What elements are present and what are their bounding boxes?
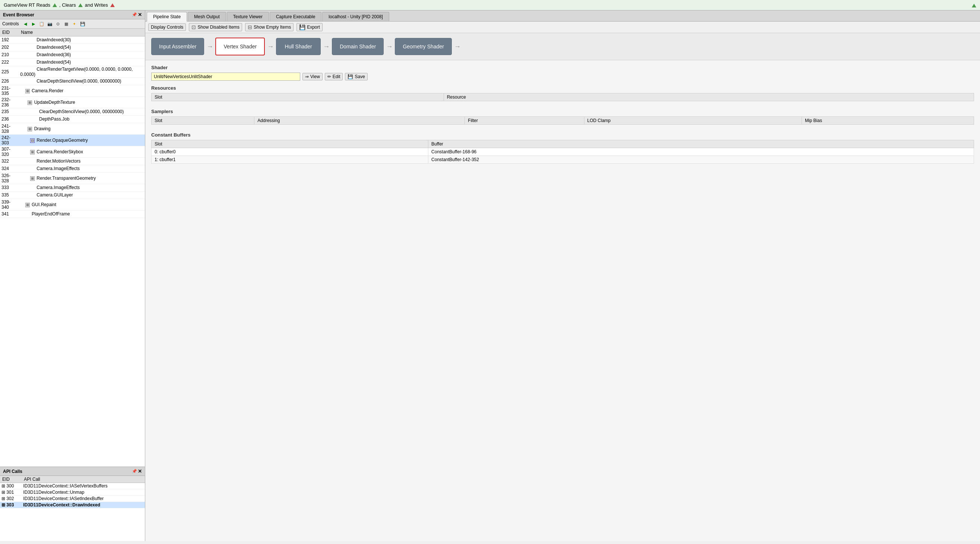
samp-col-filter: Filter	[465, 117, 584, 125]
event-row[interactable]: 326-328 ⊞ Render.TransparentGeometry	[0, 172, 145, 184]
event-row[interactable]: 341 PlayerEndOfFrame	[0, 210, 145, 218]
event-row[interactable]: 235 ClearDepthStencilView(0.0000, 000000…	[0, 108, 145, 115]
event-row[interactable]: 222 DrawIndexed(54)	[0, 59, 145, 66]
tab-texture-viewer[interactable]: Texture Viewer	[227, 12, 269, 21]
pin-icon[interactable]: 📌	[132, 12, 137, 17]
view-btn[interactable]: ⇒ View	[302, 73, 323, 80]
event-name: ⊟ Render.OpaqueGeometry	[19, 134, 145, 146]
event-row[interactable]: 236 DepthPass.Job	[0, 115, 145, 123]
event-eid: 322	[0, 157, 19, 165]
event-row[interactable]: 322 Render.MotionVectors	[0, 157, 145, 165]
expand-icon[interactable]: ⊞	[27, 100, 32, 105]
topbar-clears: , Clears	[59, 2, 76, 8]
read-arrow-icon	[52, 3, 57, 7]
pipeline-hull-shader[interactable]: Hull Shader	[276, 38, 321, 55]
expand-icon[interactable]: ⊟	[30, 138, 35, 143]
expand-icon[interactable]: ⊞	[27, 127, 32, 132]
event-name: Camera.GUILayer	[19, 191, 145, 199]
pipeline-arrow-2: →	[265, 43, 276, 51]
cbuffer-buffer: ConstantBuffer-142-352	[428, 156, 974, 164]
cbuffer-row: 0: cbuffer0ConstantBuffer-168-96	[151, 148, 974, 156]
cbuffers-title: Constant Buffers	[151, 132, 974, 138]
pipeline-geometry-shader[interactable]: Geometry Shader	[395, 38, 452, 55]
display-controls-btn[interactable]: Display Controls	[148, 24, 186, 31]
shader-input[interactable]	[151, 73, 300, 81]
save-floppy-icon: 💾	[347, 74, 353, 79]
bookmark-btn[interactable]: 📋	[38, 21, 45, 27]
columns-btn[interactable]: ▦	[63, 21, 70, 27]
tab-pipeline-state[interactable]: Pipeline State	[147, 12, 187, 22]
event-row[interactable]: 202 DrawIndexed(54)	[0, 44, 145, 51]
col-eid: EID	[0, 29, 19, 36]
tab-localhost[interactable]: localhost - Unity [PID 2008]	[322, 12, 389, 21]
show-disabled-label: Show Disabled Items	[197, 25, 240, 30]
event-name: Camera.ImageEffects	[19, 184, 145, 191]
export-btn[interactable]: 💾 Export	[296, 23, 323, 31]
event-row[interactable]: 226 ClearDepthStencilView(0.0000, 000000…	[0, 78, 145, 85]
expand-icon[interactable]: ⊞	[25, 203, 30, 207]
event-row[interactable]: 324 Camera.ImageEffects	[0, 165, 145, 172]
display-controls-label: Display Controls	[151, 25, 183, 30]
event-row[interactable]: 241-328 ⊞ Drawing	[0, 123, 145, 134]
disabled-icon: ⊡	[191, 24, 196, 30]
api-eid: ⊞ 302	[0, 496, 22, 502]
expand-icon[interactable]: ⊞	[30, 176, 35, 181]
event-row[interactable]: 231-335 ⊞ Camera.Render	[0, 85, 145, 97]
api-row[interactable]: ⊞ 302ID3D11DeviceContext::IASetIndexBuff…	[0, 496, 145, 502]
event-eid: 242-303	[0, 134, 19, 146]
api-row[interactable]: ⊞ 301ID3D11DeviceContext::Unmap	[0, 489, 145, 496]
export-label: Export	[307, 25, 320, 30]
back-btn[interactable]: ◀	[22, 21, 29, 27]
event-name: ⊞ Drawing	[19, 123, 145, 134]
event-name: DrawIndexed(54)	[19, 44, 145, 51]
save-btn[interactable]: 💾	[80, 21, 86, 27]
api-pin-icon[interactable]: 📌	[132, 469, 137, 474]
tab-capture-executable[interactable]: Capture Executable	[270, 12, 321, 21]
show-empty-btn[interactable]: ⊟ Show Empty Items	[245, 23, 294, 31]
cbuffer-row: 1: cbuffer1ConstantBuffer-142-352	[151, 156, 974, 164]
event-eid: 202	[0, 44, 19, 51]
circle-btn[interactable]: ⊙	[55, 21, 62, 27]
expand-icon[interactable]: ⊞	[25, 89, 30, 94]
api-eid: ⊞ 300	[0, 483, 22, 489]
cbuffer-slot: 0: cbuffer0	[151, 148, 428, 156]
shader-section-title: Shader	[151, 65, 974, 70]
event-eid: 231-335	[0, 85, 19, 97]
show-disabled-btn[interactable]: ⊡ Show Disabled Items	[189, 23, 242, 31]
tab-mesh-output[interactable]: Mesh Output	[188, 12, 226, 21]
api-close-icon[interactable]: ✕	[138, 468, 142, 474]
event-row[interactable]: 232-236 ⊞ UpdateDepthTexture	[0, 97, 145, 108]
event-eid: 326-328	[0, 172, 19, 184]
samplers-section: Samplers Slot Addressing Filter LOD Clam…	[151, 109, 974, 125]
save-shader-btn[interactable]: 💾 Save	[345, 73, 367, 80]
pipeline-vertex-shader[interactable]: Vertex Shader	[215, 38, 265, 56]
close-icon[interactable]: ✕	[138, 12, 142, 17]
pipeline-input-assembler[interactable]: Input Assembler	[151, 38, 204, 55]
star-btn[interactable]: ✦	[71, 21, 78, 27]
event-row[interactable]: 242-303 ⊟ Render.OpaqueGeometry	[0, 134, 145, 146]
event-row[interactable]: 335 Camera.GUILayer	[0, 191, 145, 199]
samp-col-mip: Mip Bias	[802, 117, 974, 125]
expand-icon[interactable]: ⊞	[30, 150, 35, 154]
res-col-slot: Slot	[151, 94, 444, 101]
camera-btn[interactable]: 📷	[46, 21, 53, 27]
pipeline-domain-shader[interactable]: Domain Shader	[332, 38, 383, 55]
forward-btn[interactable]: ▶	[30, 21, 37, 27]
pipeline-arrow-5: →	[452, 43, 463, 51]
cbuffer-slot: 1: cbuffer1	[151, 156, 428, 164]
event-row[interactable]: 339-340 ⊞ GUI.Repaint	[0, 199, 145, 210]
api-row[interactable]: ⊞ 303ID3D11DeviceContext::DrawIndexed	[0, 502, 145, 508]
event-eid: 324	[0, 165, 19, 172]
event-eid: 226	[0, 78, 19, 85]
event-row[interactable]: 210 DrawIndexed(36)	[0, 51, 145, 59]
api-row[interactable]: ⊞ 300ID3D11DeviceContext::IASetVertexBuf…	[0, 483, 145, 489]
api-header-icons: 📌 ✕	[132, 468, 142, 474]
event-eid: 236	[0, 115, 19, 123]
event-row[interactable]: 307-320 ⊞ Camera.RenderSkybox	[0, 146, 145, 157]
event-row[interactable]: 225 ClearRenderTargetView(0.0000, 0.0000…	[0, 66, 145, 78]
event-eid: 341	[0, 210, 19, 218]
event-row[interactable]: 192 DrawIndexed(30)	[0, 36, 145, 44]
event-row[interactable]: 333 Camera.ImageEffects	[0, 184, 145, 191]
samp-col-addressing: Addressing	[255, 117, 465, 125]
edit-btn[interactable]: ✏ Edit	[325, 73, 343, 80]
